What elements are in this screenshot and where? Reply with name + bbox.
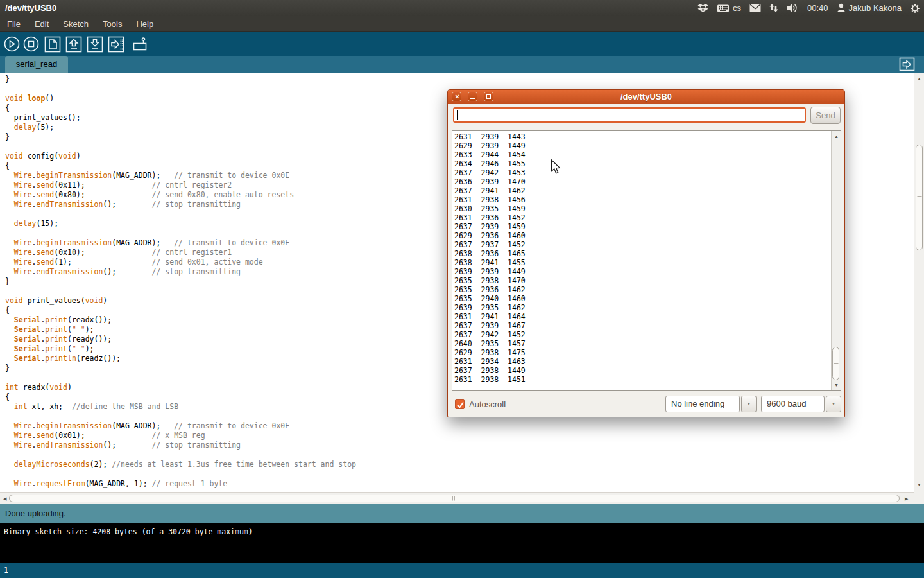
serial-output-area[interactable]: 2631 -2939 -14432629 -2939 -14492633 -29… (452, 130, 841, 391)
serial-data-line: 2631 -2936 -1452 (454, 213, 526, 222)
open-button[interactable] (65, 36, 82, 53)
serial-data-line: 2640 -2935 -1457 (454, 339, 526, 348)
arduino-ide-screen: /dev/ttyUSB0 cs (0, 0, 924, 578)
code-line: } (5, 132, 356, 142)
code-line: Wire.beginTransmission(MAG_ADDR); // tra… (5, 421, 356, 431)
maximize-icon (486, 94, 491, 99)
chevron-down-icon[interactable]: ▼ (741, 396, 757, 412)
editor-scroll-thumb[interactable] (916, 144, 923, 250)
check-icon (456, 400, 465, 410)
serial-data-line: 2631 -2938 -1456 (454, 195, 526, 204)
serial-data-line: 2637 -2938 -1449 (454, 366, 526, 375)
keyboard-icon (717, 4, 730, 13)
chevron-down-icon[interactable]: ▼ (826, 396, 841, 412)
serial-data-line: 2638 -2941 -1455 (454, 258, 526, 267)
code-line: Serial.println(readz()); (5, 354, 356, 363)
menu-item-tools[interactable]: Tools (96, 16, 129, 32)
serial-scroll-thumb[interactable] (832, 347, 839, 380)
scroll-grip (834, 362, 838, 365)
code-line: Wire.endTransmission(); // stop transmit… (5, 441, 356, 450)
code-line (5, 84, 356, 94)
serial-window-title: /dev/ttyUSB0 (620, 92, 672, 101)
console-text: Binary sketch size: 4208 bytes (of a 307… (4, 527, 253, 536)
menu-item-help[interactable]: Help (129, 16, 160, 32)
line-ending-select[interactable]: No line ending ▼ (665, 396, 757, 412)
code-line: { (5, 161, 356, 171)
system-tray: cs 00:40 Jakub K (697, 0, 920, 16)
user-menu[interactable]: Jakub Kakona (837, 3, 902, 13)
serial-monitor-button[interactable] (132, 36, 149, 53)
volume-icon[interactable] (787, 3, 799, 13)
close-icon: × (452, 92, 462, 101)
serial-data-line: 2633 -2944 -1454 (454, 150, 526, 159)
serial-data-line: 2637 -2939 -1459 (454, 222, 526, 231)
verify-button[interactable] (3, 35, 21, 53)
code-line: Wire.send(0x10); // cntrl register1 (5, 248, 356, 258)
scroll-down-icon[interactable]: ▼ (834, 383, 839, 387)
serial-data-line: 2629 -2938 -1475 (454, 348, 526, 357)
status-message: Done uploading. (5, 509, 66, 518)
send-button-label: Send (816, 110, 835, 120)
editor-hscroll-thumb[interactable] (9, 495, 900, 502)
minimize-button[interactable] (468, 92, 477, 101)
menu-item-file[interactable]: File (6, 16, 28, 32)
line-number: 1 (4, 566, 8, 575)
scroll-left-icon[interactable]: ◀ (3, 496, 6, 501)
serial-data-line: 2631 -2941 -1464 (454, 312, 526, 321)
network-arrows-icon[interactable] (769, 3, 778, 13)
console-output: Binary sketch size: 4208 bytes (of a 307… (0, 523, 924, 563)
serial-input-field[interactable] (453, 107, 806, 123)
code-line: delay(5); (5, 123, 356, 132)
close-button[interactable]: × (452, 92, 461, 101)
new-sketch-button[interactable] (44, 36, 61, 53)
code-line: delay(15); (5, 219, 356, 229)
serial-data-line: 2637 -2942 -1453 (454, 168, 526, 177)
clock[interactable]: 00:40 (807, 3, 828, 13)
session-gear-icon[interactable] (910, 3, 920, 13)
scroll-up-icon[interactable]: ▲ (917, 76, 921, 81)
serial-data-line: 2631 -2939 -1443 (454, 132, 526, 141)
serial-window-titlebar[interactable]: /dev/ttyUSB0 (448, 90, 844, 104)
editor-vertical-scrollbar[interactable]: ▲ ▼ (914, 73, 924, 492)
baud-rate-select[interactable]: 9600 baud ▼ (761, 396, 841, 412)
maximize-button[interactable] (484, 92, 493, 101)
tab-serial-read[interactable]: serial_read (5, 56, 68, 73)
serial-data-line: 2634 -2946 -1455 (454, 159, 526, 168)
serial-data-line: 2637 -2942 -1452 (454, 330, 526, 339)
code-line: { (5, 306, 356, 315)
line-number-bar: 1 (0, 563, 924, 578)
code-line (5, 286, 356, 296)
code-line: int readx(void) (5, 383, 356, 392)
scroll-down-icon[interactable]: ▼ (917, 482, 921, 487)
menu-item-sketch[interactable]: Sketch (56, 16, 96, 32)
serial-monitor-window: /dev/ttyUSB0 × Send 2631 -2939 -14432629… (447, 89, 845, 417)
serial-data: 2631 -2939 -14432629 -2939 -14492633 -29… (454, 132, 526, 384)
editor-horizontal-scrollbar[interactable]: ◀ ▶ (0, 492, 914, 504)
keyboard-indicator[interactable]: cs (717, 3, 741, 13)
serial-data-line: 2630 -2935 -1459 (454, 204, 526, 213)
save-button[interactable] (87, 36, 103, 53)
code-line (5, 142, 356, 152)
code-line (5, 373, 356, 383)
serial-monitor-toggle-icon[interactable] (899, 57, 915, 74)
mail-icon[interactable] (749, 4, 761, 12)
code-line: Wire.send(0x01); // x MSB reg (5, 431, 356, 441)
code-line: Wire.endTransmission(); // stop transmit… (5, 200, 356, 209)
mouse-cursor (551, 159, 561, 177)
scroll-right-icon[interactable]: ▶ (905, 496, 908, 501)
upload-button[interactable] (108, 36, 124, 53)
autoscroll-checkbox[interactable] (455, 399, 465, 409)
menu-item-edit[interactable]: Edit (28, 16, 56, 32)
code-line: { (5, 392, 356, 402)
serial-scrollbar[interactable]: ▲ ▼ (831, 131, 841, 390)
scroll-grip (917, 196, 921, 200)
scroll-up-icon[interactable]: ▲ (834, 134, 839, 139)
dropbox-icon[interactable] (697, 3, 708, 13)
send-button[interactable]: Send (810, 107, 841, 124)
minimize-icon (470, 98, 475, 99)
code-line: Wire.send(0x11); // cntrl register2 (5, 180, 356, 190)
stop-button[interactable] (22, 35, 40, 53)
code-line: } (5, 363, 356, 373)
user-icon (837, 3, 846, 13)
toolbar (0, 32, 924, 56)
